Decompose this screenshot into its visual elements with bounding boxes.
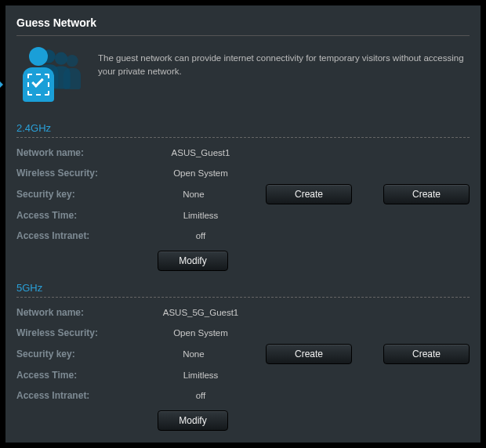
divider — [16, 137, 470, 138]
value-wireless-security: Open System — [142, 328, 259, 338]
label-access-intranet: Access Intranet: — [16, 390, 142, 401]
guest-network-icon — [16, 47, 87, 110]
intro-text: The guest network can provide internet c… — [98, 47, 470, 79]
divider — [16, 297, 470, 298]
value-access-time: Limitless — [142, 211, 259, 220]
band-title-24ghz: 2.4GHz — [16, 117, 470, 137]
side-arrow-indicator — [0, 78, 3, 91]
band-section-5ghz: 5GHz Network name: ASUS_5G_Guest1 Wirele… — [16, 277, 470, 435]
band-section-24ghz: 2.4GHz Network name: ASUS_Guest1 Wireles… — [16, 117, 470, 276]
intro-section: The guest network can provide internet c… — [16, 36, 470, 116]
label-access-time: Access Time: — [16, 210, 142, 221]
value-security-key: None — [137, 190, 250, 199]
create-button[interactable]: Create — [266, 344, 352, 364]
label-network-name: Network name: — [16, 307, 142, 318]
label-wireless-security: Wireless Security: — [16, 168, 142, 179]
label-security-key: Security key: — [16, 349, 137, 359]
create-button[interactable]: Create — [266, 184, 352, 204]
band-title-5ghz: 5GHz — [16, 277, 470, 297]
create-button[interactable]: Create — [383, 344, 470, 364]
value-access-time: Limitless — [142, 370, 259, 380]
value-access-intranet: off — [142, 391, 259, 400]
label-wireless-security: Wireless Security: — [16, 327, 142, 338]
page-title: Guess Network — [16, 13, 470, 36]
modify-button[interactable]: Modify — [158, 410, 228, 431]
value-access-intranet: off — [142, 231, 259, 240]
label-network-name: Network name: — [16, 147, 142, 158]
value-security-key: None — [137, 349, 250, 359]
value-network-name: ASUS_5G_Guest1 — [142, 308, 259, 317]
label-access-intranet: Access Intranet: — [16, 230, 142, 241]
label-security-key: Security key: — [16, 189, 137, 200]
value-network-name: ASUS_Guest1 — [142, 148, 259, 157]
create-button[interactable]: Create — [383, 184, 470, 204]
guest-network-panel: Guess Network The guest network can prov… — [5, 5, 481, 443]
label-access-time: Access Time: — [16, 370, 142, 381]
modify-button[interactable]: Modify — [158, 251, 228, 271]
value-wireless-security: Open System — [142, 168, 259, 178]
